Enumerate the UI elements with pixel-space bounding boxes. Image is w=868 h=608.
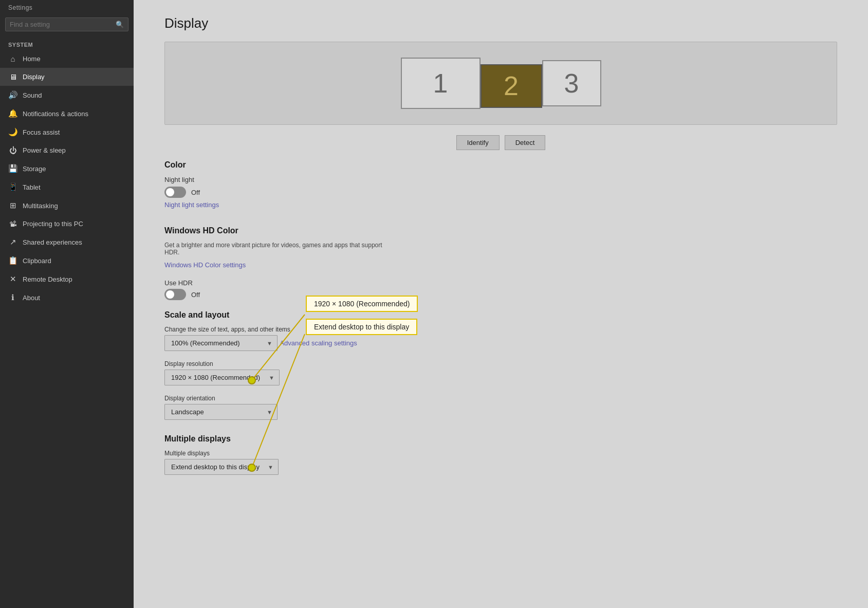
projecting-icon: 📽	[8, 219, 17, 228]
use-hdr-label: Use HDR	[164, 279, 837, 287]
about-icon: ℹ	[8, 293, 17, 302]
shared-icon: ↗	[8, 237, 17, 247]
night-light-label: Night light	[164, 176, 194, 183]
sidebar-item-multitasking[interactable]: ⊞ Multitasking	[0, 196, 134, 215]
sidebar-item-storage[interactable]: 💾 Storage	[0, 159, 134, 178]
sidebar-item-label: Shared experiences	[23, 238, 82, 246]
scale-dropdown-wrap: 100% (Recommended) 125% 150% 175% ▼	[164, 335, 278, 351]
monitor-2[interactable]: 2	[481, 64, 542, 108]
monitor-3[interactable]: 3	[542, 60, 601, 106]
scale-dropdown[interactable]: 100% (Recommended) 125% 150% 175%	[164, 335, 278, 351]
app-title: Settings	[0, 0, 134, 14]
sidebar-item-label: Focus assist	[23, 128, 60, 136]
detect-button[interactable]: Detect	[505, 135, 546, 150]
multitasking-icon: ⊞	[8, 201, 17, 210]
resolution-label: Display resolution	[164, 360, 837, 367]
storage-icon: 💾	[8, 164, 17, 173]
sidebar-item-label: Tablet	[23, 183, 41, 191]
focus-icon: 🌙	[8, 127, 17, 137]
sound-icon: 🔊	[8, 90, 17, 100]
search-icon: 🔍	[116, 21, 124, 28]
use-hdr-toggle-row: Off	[164, 289, 837, 300]
sidebar-item-focus[interactable]: 🌙 Focus assist	[0, 123, 134, 141]
sidebar-item-power[interactable]: ⏻ Power & sleep	[0, 141, 134, 159]
sidebar-item-projecting[interactable]: 📽 Projecting to this PC	[0, 215, 134, 233]
sidebar-item-label: Sound	[23, 91, 42, 99]
night-light-toggle-row: Off	[164, 187, 837, 198]
sidebar-section-label: System	[0, 36, 134, 50]
extend-callout: Extend desktop to this display	[306, 319, 417, 335]
monitor-1[interactable]: 1	[401, 58, 481, 109]
hd-color-description: Get a brighter and more vibrant picture …	[164, 242, 391, 256]
sidebar-item-tablet[interactable]: 📱 Tablet	[0, 178, 134, 196]
identify-button[interactable]: Identify	[456, 135, 500, 150]
multiple-displays-label: Multiple displays	[164, 450, 837, 457]
sidebar-item-shared[interactable]: ↗ Shared experiences	[0, 233, 134, 251]
sidebar-item-label: Remote Desktop	[23, 275, 72, 283]
sidebar-item-label: Projecting to this PC	[23, 220, 83, 228]
resolution-dropdown-wrap: 1920 × 1080 (Recommended) 1600 × 900 128…	[164, 370, 280, 385]
scale-section-title: Scale and layout	[164, 310, 837, 320]
use-hdr-state: Off	[191, 291, 200, 299]
resolution-dropdown[interactable]: 1920 × 1080 (Recommended) 1600 × 900 128…	[164, 370, 280, 385]
page-title: Display	[164, 15, 837, 31]
multiple-displays-title: Multiple displays	[164, 434, 837, 444]
search-input[interactable]	[10, 21, 116, 28]
color-section-title: Color	[164, 160, 837, 170]
sidebar-item-label: Display	[23, 73, 45, 81]
tablet-icon: 📱	[8, 182, 17, 192]
hd-color-section-title: Windows HD Color	[164, 226, 837, 235]
sidebar-item-label: Clipboard	[23, 257, 51, 265]
sidebar-item-notifications[interactable]: 🔔 Notifications & actions	[0, 104, 134, 123]
night-light-settings-link[interactable]: Night light settings	[164, 201, 219, 209]
sidebar-item-remote[interactable]: ✕ Remote Desktop	[0, 270, 134, 288]
resolution-callout: 1920 × 1080 (Recommended)	[306, 296, 418, 312]
orientation-label: Display orientation	[164, 395, 837, 402]
sidebar-item-about[interactable]: ℹ About	[0, 288, 134, 307]
hd-color-link[interactable]: Windows HD Color settings	[164, 261, 246, 269]
sidebar-item-home[interactable]: ⌂ Home	[0, 50, 134, 68]
sidebar-item-label: Home	[23, 55, 41, 63]
orientation-dropdown-wrap: Landscape Portrait Landscape (flipped) P…	[164, 404, 278, 420]
orientation-dropdown[interactable]: Landscape Portrait Landscape (flipped) P…	[164, 404, 278, 420]
home-icon: ⌂	[8, 54, 17, 63]
night-light-state: Off	[191, 189, 200, 196]
night-light-toggle[interactable]	[164, 187, 186, 198]
sidebar-item-label: About	[23, 294, 40, 302]
display-icon: 🖥	[8, 72, 17, 81]
night-light-row: Night light	[164, 176, 837, 185]
sidebar-item-label: Storage	[23, 165, 46, 173]
main-content: 1920 × 1080 (Recommended) Extend desktop…	[134, 0, 868, 608]
monitor-buttons-row: Identify Detect	[164, 135, 837, 150]
search-box[interactable]: 🔍	[5, 17, 128, 31]
clipboard-icon: 📋	[8, 256, 17, 265]
advanced-scaling-link[interactable]: Advanced scaling settings	[280, 339, 357, 347]
remote-icon: ✕	[8, 274, 17, 284]
notifications-icon: 🔔	[8, 109, 17, 118]
sidebar-item-label: Multitasking	[23, 202, 58, 210]
sidebar: Settings 🔍 System ⌂ Home 🖥 Display 🔊 Sou…	[0, 0, 134, 608]
monitor-preview: 1 2 3	[164, 42, 837, 125]
multiple-displays-dropdown-wrap: Extend desktop to this display Duplicate…	[164, 459, 279, 475]
multiple-displays-dropdown[interactable]: Extend desktop to this display Duplicate…	[164, 459, 279, 475]
sidebar-item-clipboard[interactable]: 📋 Clipboard	[0, 251, 134, 270]
sidebar-item-display[interactable]: 🖥 Display	[0, 68, 134, 86]
scale-label: Change the size of text, apps, and other…	[164, 326, 837, 333]
use-hdr-toggle[interactable]	[164, 289, 186, 300]
sidebar-item-label: Notifications & actions	[23, 110, 88, 118]
sidebar-item-label: Power & sleep	[23, 146, 66, 154]
sidebar-item-sound[interactable]: 🔊 Sound	[0, 86, 134, 104]
power-icon: ⏻	[8, 146, 17, 155]
